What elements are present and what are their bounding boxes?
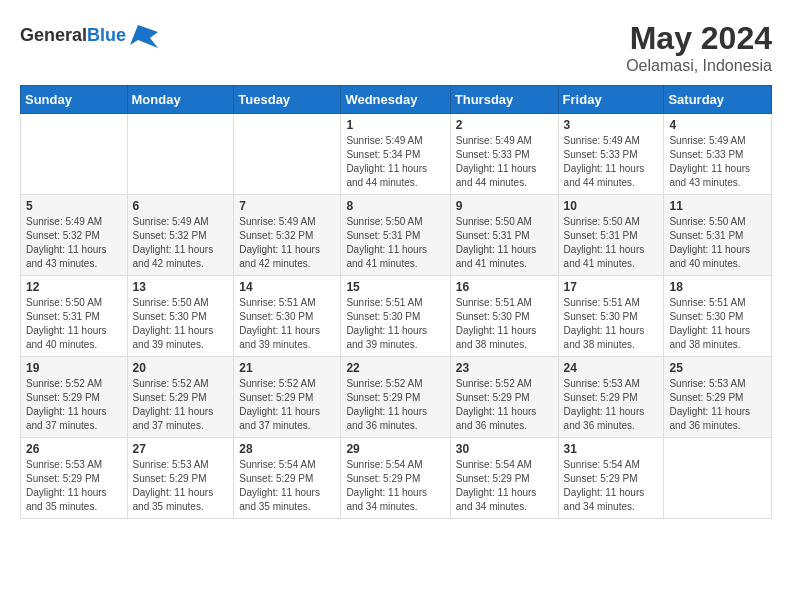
day-number: 17	[564, 280, 659, 294]
table-row: 11Sunrise: 5:50 AMSunset: 5:31 PMDayligh…	[664, 195, 772, 276]
day-info: Sunrise: 5:52 AMSunset: 5:29 PMDaylight:…	[26, 377, 122, 433]
day-number: 9	[456, 199, 553, 213]
day-number: 29	[346, 442, 444, 456]
day-info: Sunrise: 5:52 AMSunset: 5:29 PMDaylight:…	[346, 377, 444, 433]
day-number: 22	[346, 361, 444, 375]
table-row: 31Sunrise: 5:54 AMSunset: 5:29 PMDayligh…	[558, 438, 664, 519]
table-row: 2Sunrise: 5:49 AMSunset: 5:33 PMDaylight…	[450, 114, 558, 195]
day-number: 11	[669, 199, 766, 213]
svg-marker-0	[130, 25, 158, 48]
day-info: Sunrise: 5:52 AMSunset: 5:29 PMDaylight:…	[239, 377, 335, 433]
day-info: Sunrise: 5:49 AMSunset: 5:32 PMDaylight:…	[26, 215, 122, 271]
day-info: Sunrise: 5:51 AMSunset: 5:30 PMDaylight:…	[456, 296, 553, 352]
day-number: 14	[239, 280, 335, 294]
calendar: Sunday Monday Tuesday Wednesday Thursday…	[20, 85, 772, 519]
table-row	[234, 114, 341, 195]
calendar-week-5: 26Sunrise: 5:53 AMSunset: 5:29 PMDayligh…	[21, 438, 772, 519]
table-row: 5Sunrise: 5:49 AMSunset: 5:32 PMDaylight…	[21, 195, 128, 276]
day-number: 20	[133, 361, 229, 375]
table-row: 8Sunrise: 5:50 AMSunset: 5:31 PMDaylight…	[341, 195, 450, 276]
table-row: 16Sunrise: 5:51 AMSunset: 5:30 PMDayligh…	[450, 276, 558, 357]
day-info: Sunrise: 5:50 AMSunset: 5:30 PMDaylight:…	[133, 296, 229, 352]
day-info: Sunrise: 5:54 AMSunset: 5:29 PMDaylight:…	[346, 458, 444, 514]
logo-icon	[130, 20, 160, 50]
calendar-body: 1Sunrise: 5:49 AMSunset: 5:34 PMDaylight…	[21, 114, 772, 519]
table-row: 15Sunrise: 5:51 AMSunset: 5:30 PMDayligh…	[341, 276, 450, 357]
day-info: Sunrise: 5:54 AMSunset: 5:29 PMDaylight:…	[564, 458, 659, 514]
day-number: 21	[239, 361, 335, 375]
table-row	[127, 114, 234, 195]
table-row: 25Sunrise: 5:53 AMSunset: 5:29 PMDayligh…	[664, 357, 772, 438]
day-number: 16	[456, 280, 553, 294]
day-number: 31	[564, 442, 659, 456]
day-number: 4	[669, 118, 766, 132]
day-info: Sunrise: 5:53 AMSunset: 5:29 PMDaylight:…	[564, 377, 659, 433]
calendar-week-4: 19Sunrise: 5:52 AMSunset: 5:29 PMDayligh…	[21, 357, 772, 438]
day-info: Sunrise: 5:51 AMSunset: 5:30 PMDaylight:…	[669, 296, 766, 352]
table-row: 23Sunrise: 5:52 AMSunset: 5:29 PMDayligh…	[450, 357, 558, 438]
day-info: Sunrise: 5:49 AMSunset: 5:33 PMDaylight:…	[669, 134, 766, 190]
day-info: Sunrise: 5:54 AMSunset: 5:29 PMDaylight:…	[456, 458, 553, 514]
table-row: 3Sunrise: 5:49 AMSunset: 5:33 PMDaylight…	[558, 114, 664, 195]
day-info: Sunrise: 5:49 AMSunset: 5:32 PMDaylight:…	[133, 215, 229, 271]
day-number: 23	[456, 361, 553, 375]
day-info: Sunrise: 5:54 AMSunset: 5:29 PMDaylight:…	[239, 458, 335, 514]
day-number: 5	[26, 199, 122, 213]
day-info: Sunrise: 5:51 AMSunset: 5:30 PMDaylight:…	[346, 296, 444, 352]
table-row: 4Sunrise: 5:49 AMSunset: 5:33 PMDaylight…	[664, 114, 772, 195]
table-row: 27Sunrise: 5:53 AMSunset: 5:29 PMDayligh…	[127, 438, 234, 519]
day-info: Sunrise: 5:49 AMSunset: 5:33 PMDaylight:…	[564, 134, 659, 190]
table-row: 24Sunrise: 5:53 AMSunset: 5:29 PMDayligh…	[558, 357, 664, 438]
table-row: 22Sunrise: 5:52 AMSunset: 5:29 PMDayligh…	[341, 357, 450, 438]
table-row: 6Sunrise: 5:49 AMSunset: 5:32 PMDaylight…	[127, 195, 234, 276]
header-monday: Monday	[127, 86, 234, 114]
table-row: 17Sunrise: 5:51 AMSunset: 5:30 PMDayligh…	[558, 276, 664, 357]
day-number: 10	[564, 199, 659, 213]
day-number: 3	[564, 118, 659, 132]
header-tuesday: Tuesday	[234, 86, 341, 114]
day-number: 24	[564, 361, 659, 375]
day-number: 27	[133, 442, 229, 456]
calendar-week-2: 5Sunrise: 5:49 AMSunset: 5:32 PMDaylight…	[21, 195, 772, 276]
calendar-week-3: 12Sunrise: 5:50 AMSunset: 5:31 PMDayligh…	[21, 276, 772, 357]
day-number: 28	[239, 442, 335, 456]
table-row: 21Sunrise: 5:52 AMSunset: 5:29 PMDayligh…	[234, 357, 341, 438]
day-info: Sunrise: 5:50 AMSunset: 5:31 PMDaylight:…	[564, 215, 659, 271]
calendar-week-1: 1Sunrise: 5:49 AMSunset: 5:34 PMDaylight…	[21, 114, 772, 195]
header-wednesday: Wednesday	[341, 86, 450, 114]
day-info: Sunrise: 5:53 AMSunset: 5:29 PMDaylight:…	[26, 458, 122, 514]
day-number: 8	[346, 199, 444, 213]
table-row: 19Sunrise: 5:52 AMSunset: 5:29 PMDayligh…	[21, 357, 128, 438]
day-info: Sunrise: 5:53 AMSunset: 5:29 PMDaylight:…	[133, 458, 229, 514]
main-title: May 2024	[626, 20, 772, 57]
day-info: Sunrise: 5:50 AMSunset: 5:31 PMDaylight:…	[26, 296, 122, 352]
day-info: Sunrise: 5:51 AMSunset: 5:30 PMDaylight:…	[564, 296, 659, 352]
table-row	[21, 114, 128, 195]
logo-text: GeneralBlue	[20, 26, 126, 44]
day-number: 2	[456, 118, 553, 132]
day-number: 25	[669, 361, 766, 375]
table-row: 29Sunrise: 5:54 AMSunset: 5:29 PMDayligh…	[341, 438, 450, 519]
header-sunday: Sunday	[21, 86, 128, 114]
table-row: 10Sunrise: 5:50 AMSunset: 5:31 PMDayligh…	[558, 195, 664, 276]
day-number: 19	[26, 361, 122, 375]
day-info: Sunrise: 5:50 AMSunset: 5:31 PMDaylight:…	[669, 215, 766, 271]
table-row: 20Sunrise: 5:52 AMSunset: 5:29 PMDayligh…	[127, 357, 234, 438]
subtitle: Oelamasi, Indonesia	[626, 57, 772, 75]
table-row: 12Sunrise: 5:50 AMSunset: 5:31 PMDayligh…	[21, 276, 128, 357]
logo: GeneralBlue	[20, 20, 160, 50]
table-row	[664, 438, 772, 519]
day-number: 1	[346, 118, 444, 132]
day-info: Sunrise: 5:52 AMSunset: 5:29 PMDaylight:…	[456, 377, 553, 433]
table-row: 28Sunrise: 5:54 AMSunset: 5:29 PMDayligh…	[234, 438, 341, 519]
day-info: Sunrise: 5:50 AMSunset: 5:31 PMDaylight:…	[346, 215, 444, 271]
day-info: Sunrise: 5:53 AMSunset: 5:29 PMDaylight:…	[669, 377, 766, 433]
day-info: Sunrise: 5:51 AMSunset: 5:30 PMDaylight:…	[239, 296, 335, 352]
day-info: Sunrise: 5:49 AMSunset: 5:34 PMDaylight:…	[346, 134, 444, 190]
day-number: 6	[133, 199, 229, 213]
day-info: Sunrise: 5:49 AMSunset: 5:32 PMDaylight:…	[239, 215, 335, 271]
day-number: 13	[133, 280, 229, 294]
header-thursday: Thursday	[450, 86, 558, 114]
table-row: 26Sunrise: 5:53 AMSunset: 5:29 PMDayligh…	[21, 438, 128, 519]
day-number: 18	[669, 280, 766, 294]
